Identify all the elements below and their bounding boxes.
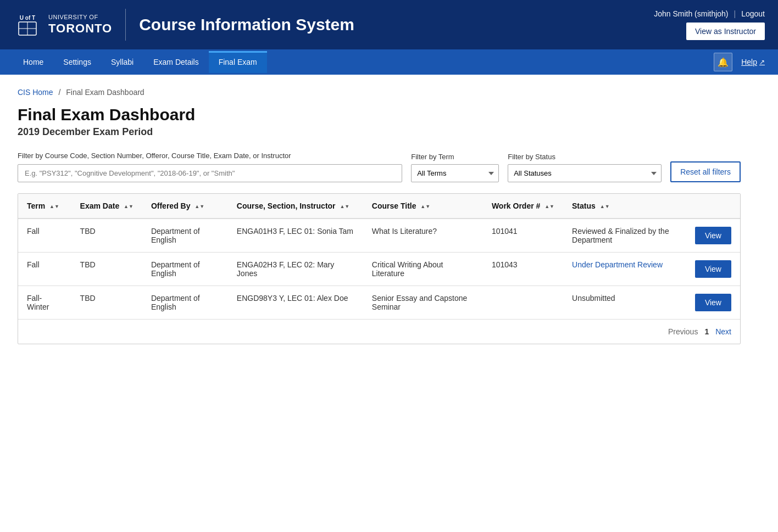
col-course-section-label: Course, Section, Instructor [237, 201, 336, 210]
cell-work-order-1: 101041 [483, 219, 563, 253]
cell-term-3: Fall-Winter [18, 286, 71, 320]
bell-icon: 🔔 [718, 57, 729, 68]
breadcrumb-current: Final Exam Dashboard [66, 88, 144, 97]
page-subtitle: 2019 December Exam Period [18, 126, 741, 138]
table-header: Term ▲▼ Exam Date ▲▼ Offered By ▲▼ Cours… [18, 194, 740, 219]
cell-exam-date-1: TBD [71, 219, 142, 253]
cell-status-1: Reviewed & Finalized by the Department [563, 219, 686, 253]
external-link-icon: ↗ [759, 58, 765, 66]
col-term-label: Term [27, 201, 45, 210]
cell-action-1: View [686, 219, 740, 253]
next-button[interactable]: Next [715, 327, 731, 336]
cell-course-section-1: ENGA01H3 F, LEC 01: Sonia Tam [228, 219, 363, 253]
search-input[interactable] [18, 164, 402, 182]
cell-status-3: Unsubmitted [563, 286, 686, 320]
cell-offered-by-3: Department of English [142, 286, 228, 320]
divider: | [734, 9, 736, 18]
table-row: Fall TBD Department of English ENGA02H3 … [18, 253, 740, 286]
logo-text: UNIVERSITY OF TORONTO [48, 13, 112, 37]
sort-course-title-icon[interactable]: ▲▼ [420, 204, 430, 209]
table-body: Fall TBD Department of English ENGA01H3 … [18, 219, 740, 319]
nav-items: Home Settings Syllabi Exam Details Final… [13, 51, 714, 73]
user-info: John Smith (smithjoh) | Logout [654, 9, 765, 18]
nav-item-home[interactable]: Home [13, 51, 53, 73]
header-row: Term ▲▼ Exam Date ▲▼ Offered By ▲▼ Cours… [18, 194, 740, 219]
sort-term-icon[interactable]: ▲▼ [49, 204, 59, 209]
svg-text:U of T: U of T [20, 15, 35, 21]
pagination: Previous 1 Next [18, 319, 740, 344]
main-content: CIS Home / Final Exam Dashboard Final Ex… [0, 75, 758, 357]
view-button-3[interactable]: View [695, 294, 731, 311]
username: John Smith (smithjoh) [654, 9, 728, 18]
col-course-title-label: Course Title [372, 201, 416, 210]
col-action [686, 194, 740, 219]
term-select[interactable]: All Terms [411, 164, 499, 182]
cell-status-2: Under Department Review [563, 253, 686, 286]
sort-exam-date-icon[interactable]: ▲▼ [124, 204, 134, 209]
term-filter-group: Filter by Term All Terms [411, 153, 499, 182]
search-label: Filter by Course Code, Section Number, O… [18, 151, 402, 161]
nav-item-settings[interactable]: Settings [53, 51, 101, 73]
sort-offered-by-icon[interactable]: ▲▼ [194, 204, 204, 209]
help-label: Help [741, 58, 757, 66]
col-term: Term ▲▼ [18, 194, 71, 219]
previous-button: Previous [668, 327, 698, 336]
current-page: 1 [704, 327, 709, 336]
status-filter-group: Filter by Status All Statuses [508, 153, 662, 182]
cell-course-title-2: Critical Writing About Literature [363, 253, 483, 286]
status-select[interactable]: All Statuses [508, 164, 662, 182]
nav-bar: Home Settings Syllabi Exam Details Final… [0, 49, 778, 75]
col-status: Status ▲▼ [563, 194, 686, 219]
notifications-button[interactable]: 🔔 [714, 53, 732, 71]
cell-offered-by-1: Department of English [142, 219, 228, 253]
view-as-instructor-button[interactable]: View as Instructor [686, 23, 765, 40]
table-row: Fall TBD Department of English ENGA01H3 … [18, 219, 740, 253]
cell-course-section-2: ENGA02H3 F, LEC 02: Mary Jones [228, 253, 363, 286]
cell-term-1: Fall [18, 219, 71, 253]
logo: U of T UNIVERSITY OF TORONTO [13, 9, 126, 41]
sort-course-section-icon[interactable]: ▲▼ [340, 204, 349, 209]
col-offered-by-label: Offered By [151, 201, 191, 210]
university-crest: U of T [13, 9, 42, 41]
cell-action-3: View [686, 286, 740, 320]
nav-item-exam-details[interactable]: Exam Details [143, 51, 208, 73]
filter-section: Filter by Course Code, Section Number, O… [18, 151, 741, 182]
header: U of T UNIVERSITY OF TORONTO Course Info… [0, 0, 778, 49]
col-work-order: Work Order # ▲▼ [483, 194, 563, 219]
col-exam-date: Exam Date ▲▼ [71, 194, 142, 219]
cell-offered-by-2: Department of English [142, 253, 228, 286]
view-button-1[interactable]: View [695, 227, 731, 244]
search-group: Filter by Course Code, Section Number, O… [18, 151, 402, 182]
cell-exam-date-3: TBD [71, 286, 142, 320]
cell-work-order-2: 101043 [483, 253, 563, 286]
col-exam-date-label: Exam Date [80, 201, 120, 210]
cell-exam-date-2: TBD [71, 253, 142, 286]
nav-item-final-exam[interactable]: Final Exam [209, 51, 267, 73]
col-work-order-label: Work Order # [492, 201, 540, 210]
cell-term-2: Fall [18, 253, 71, 286]
logout-link[interactable]: Logout [741, 9, 765, 18]
nav-right: 🔔 Help ↗ [714, 53, 765, 71]
nav-item-syllabi[interactable]: Syllabi [101, 51, 143, 73]
reset-filters-button[interactable]: Reset all filters [670, 161, 741, 182]
cell-work-order-3 [483, 286, 563, 320]
breadcrumb-separator: / [58, 88, 60, 97]
breadcrumb: CIS Home / Final Exam Dashboard [18, 88, 741, 97]
sort-work-order-icon[interactable]: ▲▼ [544, 204, 554, 209]
sort-status-icon[interactable]: ▲▼ [600, 204, 610, 209]
status-filter-label: Filter by Status [508, 153, 662, 161]
col-status-label: Status [572, 201, 596, 210]
cell-action-2: View [686, 253, 740, 286]
cell-course-section-3: ENGD98Y3 Y, LEC 01: Alex Doe [228, 286, 363, 320]
page-title: Final Exam Dashboard [18, 105, 741, 124]
view-button-2[interactable]: View [695, 260, 731, 278]
help-link[interactable]: Help ↗ [741, 58, 765, 66]
col-offered-by: Offered By ▲▼ [142, 194, 228, 219]
table-row: Fall-Winter TBD Department of English EN… [18, 286, 740, 320]
col-course-section: Course, Section, Instructor ▲▼ [228, 194, 363, 219]
system-title: Course Information System [139, 15, 654, 34]
breadcrumb-home-link[interactable]: CIS Home [18, 88, 53, 97]
table-container: Term ▲▼ Exam Date ▲▼ Offered By ▲▼ Cours… [18, 193, 741, 344]
cell-course-title-1: What Is Literature? [363, 219, 483, 253]
term-filter-label: Filter by Term [411, 153, 499, 161]
